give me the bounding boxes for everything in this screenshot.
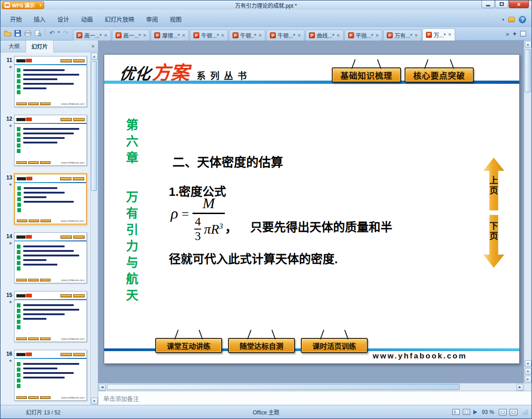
redo-button[interactable]: ↷ (61, 29, 70, 37)
gift-icon[interactable] (508, 17, 515, 22)
scrollbar-thumb[interactable] (91, 61, 97, 191)
doc-tab-5[interactable]: P 牛顿..* × (229, 30, 265, 41)
scrollbar-thumb[interactable] (107, 384, 460, 390)
zoom-level[interactable]: 93 % (482, 409, 494, 415)
prev-page-button[interactable]: 上页 (483, 158, 504, 210)
tab-outline[interactable]: 大纲 (3, 40, 25, 52)
tab-animation[interactable]: 动画 (75, 12, 99, 26)
print-preview-icon[interactable] (34, 29, 42, 37)
tab-close-icon[interactable]: × (143, 32, 146, 39)
slide-thumbnail-selected[interactable]: 13 ★ www.yhfabook.com (0, 174, 90, 232)
editor-column: 优化 方案 系列丛书 基础知识梳理 核心要点突破 第六章 万有引力与航天 二、天… (98, 41, 532, 405)
doc-tab-label: 牛顿...* (201, 31, 219, 39)
thumbnail-preview[interactable]: www.yhfabook.com (14, 115, 87, 166)
titlebar: W WPS 演示 ▾ 万有引力理论的成就.ppt * × (0, 0, 532, 10)
tab-close-icon[interactable]: × (375, 32, 379, 39)
slide-canvas[interactable]: 优化 方案 系列丛书 基础知识梳理 核心要点突破 第六章 万有引力与航天 二、天… (104, 54, 520, 364)
doc-tab-3[interactable]: P 摩擦...* × (151, 30, 189, 41)
ribbon-collapse-icon[interactable]: ▾ (502, 17, 504, 22)
lesson-training-button[interactable]: 课时活页训练 (301, 338, 368, 353)
scroll-down-icon[interactable]: ▼ (525, 360, 532, 367)
resize-grip[interactable] (522, 409, 528, 415)
print-icon[interactable] (24, 29, 32, 37)
slide-thumbnail[interactable]: 16 ★ www.yhfabook.com (0, 350, 90, 405)
slide-thumbnail[interactable]: 15 ★ www.yhfabook.com (0, 291, 90, 350)
slide-sorter-button[interactable] (463, 409, 470, 415)
tab-close-icon[interactable]: × (298, 32, 301, 39)
undo-dropdown-icon[interactable]: ▾ (58, 30, 60, 36)
doc-tab-7[interactable]: P 曲线...* × (305, 30, 344, 41)
slide-editor-viewport[interactable]: 优化 方案 系列丛书 基础知识梳理 核心要点突破 第六章 万有引力与航天 二、天… (98, 41, 532, 383)
thumbnail-art: www.yhfabook.com (15, 174, 86, 224)
sidebar-close-button[interactable]: × (91, 43, 95, 50)
scrollbar-track[interactable] (524, 48, 532, 360)
close-button[interactable]: × (509, 0, 529, 8)
tab-close-icon[interactable]: × (258, 32, 262, 39)
slide-thumbnail[interactable]: 14 ★ www.yhfabook.com (0, 232, 90, 291)
save-icon[interactable] (14, 29, 22, 37)
scrollbar-track[interactable] (91, 60, 98, 397)
tab-home[interactable]: 开始 (4, 12, 28, 26)
new-document-button[interactable]: + (513, 30, 517, 37)
next-slide-button[interactable]: » (525, 376, 532, 383)
tab-close-icon[interactable]: × (337, 32, 340, 39)
doc-tab-1[interactable]: P 高一...* × (73, 30, 111, 41)
next-page-button[interactable]: 下页 (483, 215, 504, 268)
tab-close-icon[interactable]: × (182, 32, 185, 39)
doc-tab-active[interactable]: P 万...* × (422, 28, 455, 41)
doc-tab-8[interactable]: P 平抛...* × (345, 30, 383, 41)
tab-review[interactable]: 审阅 (140, 12, 164, 26)
doc-tab-9[interactable]: P 万有...* × (383, 30, 421, 41)
tab-slideshow[interactable]: 幻灯片放映 (99, 12, 140, 26)
slide-thumbnail[interactable]: 12 ★ www.yhfabook.com (0, 115, 90, 174)
basic-knowledge-button[interactable]: 基础知识梳理 (332, 67, 401, 82)
tab-close-icon[interactable]: × (104, 32, 107, 39)
slideshow-button[interactable] (473, 410, 477, 414)
doc-tab-2[interactable]: P 高一...* × (112, 30, 150, 41)
class-practice-button[interactable]: 课堂互动讲练 (155, 338, 222, 353)
notes-pane[interactable]: 单击添加备注 (98, 391, 532, 405)
sidebar-scrollbar[interactable]: ▲ ▼ (90, 52, 98, 405)
scroll-up-icon[interactable]: ▲ (91, 53, 98, 60)
open-file-icon[interactable] (4, 29, 12, 37)
thumbnail-preview[interactable]: www.yhfabook.com (14, 174, 87, 225)
chevron-down-icon[interactable]: ▾ (37, 3, 41, 7)
doc-tab-4[interactable]: P 牛顿...* × (190, 30, 228, 41)
tab-design[interactable]: 设计 (51, 12, 75, 26)
help-button[interactable]: ? (519, 16, 526, 23)
tab-insert[interactable]: 插入 (28, 12, 51, 26)
scrollbar-track[interactable] (106, 383, 516, 391)
thumbnail-preview[interactable]: www.yhfabook.com (14, 350, 87, 401)
tab-close-icon[interactable]: × (415, 32, 418, 39)
undo-button[interactable]: ↶ (48, 29, 56, 37)
editor-horizontal-scrollbar[interactable]: ◀ ▶ (98, 383, 524, 391)
editor-vertical-scrollbar[interactable]: ▲ ▼ » » (524, 41, 532, 383)
wps-app-button[interactable]: W WPS 演示 ▾ (2, 1, 44, 9)
tab-view[interactable]: 视图 (164, 12, 187, 26)
scroll-right-icon[interactable]: ▶ (517, 384, 523, 391)
normal-view-button[interactable] (452, 409, 460, 415)
thumbnail-preview[interactable]: www.yhfabook.com (14, 232, 87, 283)
doc-tab-6[interactable]: P 牛顿...* × (266, 30, 304, 41)
tab-slides[interactable]: 幻灯片 (25, 40, 54, 52)
scroll-down-icon[interactable]: ▼ (91, 398, 98, 404)
tab-close-icon[interactable]: × (448, 31, 451, 38)
thumbnail-preview[interactable]: www.yhfabook.com (14, 291, 87, 342)
maximize-button[interactable] (495, 0, 508, 8)
scroll-left-icon[interactable]: ◀ (99, 384, 106, 391)
tab-overflow-icon[interactable]: » (506, 31, 509, 37)
fit-window-button[interactable] (499, 409, 507, 415)
transition-star-icon: ★ (2, 241, 12, 245)
panel-toggle-icon[interactable] (520, 31, 526, 36)
minimize-button[interactable] (481, 0, 495, 8)
previous-slide-button[interactable]: » (525, 368, 532, 375)
scrollbar-thumb[interactable] (525, 49, 531, 92)
zoom-dialog-button[interactable] (510, 409, 517, 415)
thumbnail-preview[interactable]: www.yhfabook.com (14, 56, 87, 107)
scroll-up-icon[interactable]: ▲ (525, 41, 532, 48)
core-points-button[interactable]: 核心要点突破 (405, 67, 474, 82)
thumbnail-gutter: 15 ★ (2, 291, 14, 350)
tab-close-icon[interactable]: × (221, 32, 224, 39)
slide-thumbnail[interactable]: 11 ★ www.yhfabook.com (0, 56, 90, 115)
self-test-button[interactable]: 随堂达标自测 (228, 338, 295, 353)
